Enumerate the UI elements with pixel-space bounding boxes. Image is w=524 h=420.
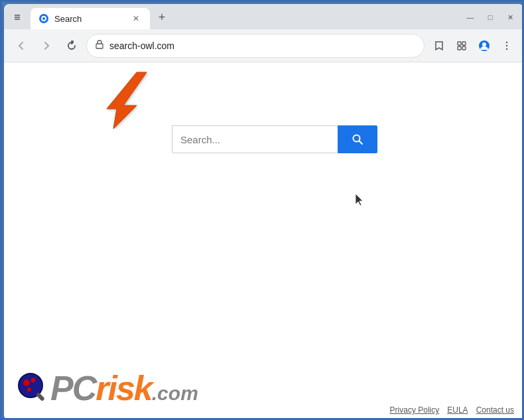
pcrisk-magnifier-icon <box>16 371 50 405</box>
menu-button[interactable] <box>496 35 517 56</box>
svg-rect-7 <box>462 46 466 50</box>
svg-point-18 <box>31 378 36 383</box>
footer-links: Privacy Policy EULA Contact us <box>390 405 514 415</box>
svg-rect-3 <box>96 44 103 48</box>
svg-point-9 <box>482 42 486 46</box>
tab-list-button[interactable] <box>9 9 25 25</box>
pcrisk-logo: PCrisk.com <box>16 368 198 408</box>
svg-point-17 <box>23 380 30 386</box>
profile-button[interactable] <box>474 35 495 56</box>
bookmark-button[interactable] <box>428 35 450 56</box>
extensions-button[interactable] <box>451 35 472 56</box>
svg-rect-20 <box>36 392 45 401</box>
tab-left-controls <box>9 9 25 29</box>
svg-line-15 <box>360 141 363 145</box>
contact-link[interactable]: Contact us <box>476 405 514 415</box>
tab-close-button[interactable]: ✕ <box>130 13 142 25</box>
cursor <box>356 194 365 207</box>
close-button[interactable]: ✕ <box>501 11 519 24</box>
pcrisk-text-block: PCrisk.com <box>50 368 198 408</box>
toolbar-actions <box>428 35 517 56</box>
svg-rect-4 <box>458 42 461 45</box>
privacy-policy-link[interactable]: Privacy Policy <box>390 405 440 415</box>
svg-point-12 <box>506 48 507 49</box>
search-button[interactable] <box>338 125 377 153</box>
tab-favicon <box>38 13 49 24</box>
browser-window: Search ✕ + — □ ✕ <box>4 4 524 420</box>
svg-point-2 <box>42 17 45 20</box>
pcrisk-risk-text: risk <box>96 369 152 407</box>
minimize-button[interactable]: — <box>462 11 479 24</box>
search-widget <box>172 125 377 153</box>
arrow-annotation <box>100 69 153 129</box>
tab-title: Search <box>54 14 125 24</box>
address-input[interactable] <box>109 40 416 51</box>
eula-link[interactable]: EULA <box>447 405 468 415</box>
search-input[interactable] <box>172 125 338 153</box>
maximize-button[interactable]: □ <box>482 11 499 24</box>
svg-rect-5 <box>462 42 466 45</box>
svg-rect-6 <box>458 46 461 50</box>
reload-button[interactable] <box>61 35 82 56</box>
svg-point-11 <box>506 44 507 46</box>
title-bar: Search ✕ + — □ ✕ <box>4 4 524 29</box>
forward-button[interactable] <box>36 35 57 56</box>
tab-bar: Search ✕ + <box>9 4 462 29</box>
window-controls: — □ ✕ <box>462 11 519 29</box>
back-button[interactable] <box>11 35 32 56</box>
pcrisk-pc-text: PC <box>50 369 96 407</box>
new-tab-button[interactable]: + <box>153 8 171 27</box>
address-security-icon <box>95 40 104 51</box>
active-tab[interactable]: Search ✕ <box>31 8 150 29</box>
svg-point-10 <box>506 41 507 42</box>
svg-marker-13 <box>107 72 147 129</box>
browser-toolbar <box>4 29 524 62</box>
pcrisk-domain-text: .com <box>152 382 198 404</box>
page-content: PCrisk.com Privacy Policy EULA Contact u… <box>4 62 524 420</box>
svg-point-19 <box>27 387 31 391</box>
address-bar[interactable] <box>86 34 425 58</box>
